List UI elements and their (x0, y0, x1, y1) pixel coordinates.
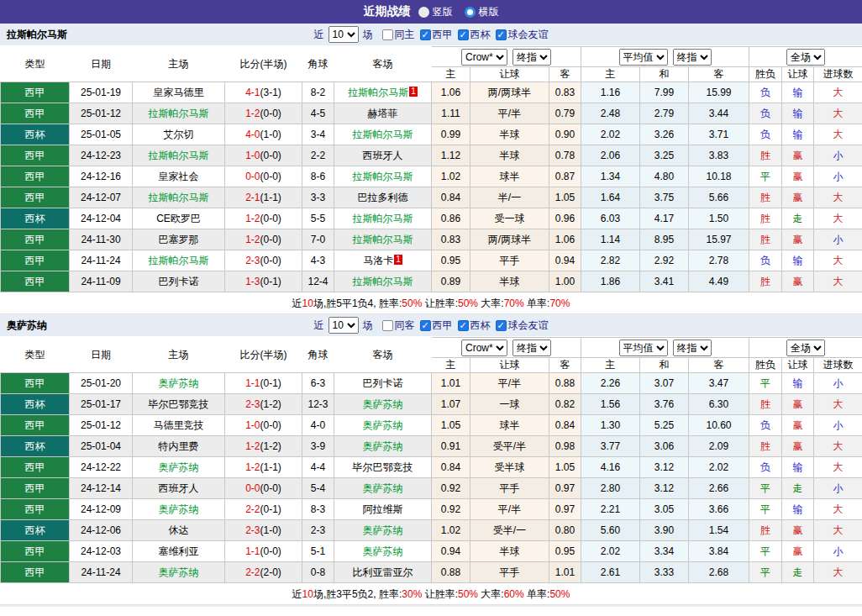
handicap-home-odds-cell: 1.01 (432, 373, 470, 394)
result-outcome-cell: 负 (749, 457, 782, 478)
result-handicap-cell: 赢 (782, 415, 814, 436)
home-team-cell[interactable]: 毕尔巴鄂竞技 (133, 394, 225, 415)
home-team-cell[interactable]: 马德里竞技 (133, 415, 225, 436)
result-handicap-cell: 赢 (782, 541, 814, 562)
home-team-cell[interactable]: 拉斯帕尔马斯 (133, 103, 225, 124)
home-team-cell[interactable]: 艾尔切 (133, 124, 225, 145)
home-team-cell[interactable]: 奥萨苏纳 (133, 373, 225, 394)
home-team-cell[interactable]: 皇家社会 (133, 166, 225, 187)
away-team-cell[interactable]: 毕尔巴鄂竞技 (334, 457, 432, 478)
team-filter-bar: 拉斯帕尔马斯 近 10 场 同主西甲西杯球会友谊 (0, 24, 862, 46)
away-team-cell[interactable]: 拉斯帕尔马斯 (334, 229, 432, 250)
handicap-home-odds-cell: 1.06 (432, 82, 470, 103)
away-team-cell[interactable]: 马洛卡1 (334, 250, 432, 271)
bookmaker-select[interactable]: Crow* (461, 340, 507, 356)
radio-icon-selected[interactable] (465, 7, 476, 18)
home-team-cell[interactable]: 休达 (133, 520, 225, 541)
home-team-cell[interactable]: 拉斯帕尔马斯 (133, 187, 225, 208)
avg-draw-odds-cell: 3.41 (640, 271, 689, 292)
average-select[interactable]: 平均值 (619, 49, 668, 66)
result-handicap-cell: 输 (782, 499, 814, 520)
checkbox-checked-icon[interactable] (420, 29, 431, 40)
checkbox-checked-icon[interactable] (496, 29, 507, 40)
scope-select[interactable]: 全场 (786, 49, 825, 66)
filter-checkbox[interactable]: 西甲 (415, 319, 453, 333)
book-stage-select[interactable]: 终指 (512, 49, 551, 66)
away-team-cell[interactable]: 赫塔菲 (334, 103, 432, 124)
avg-away-odds-cell: 5.66 (689, 187, 749, 208)
away-team-cell[interactable]: 奥萨苏纳 (334, 394, 432, 415)
filter-checkbox[interactable]: 西杯 (453, 319, 491, 333)
summary-segment: 单率: (524, 588, 550, 600)
radio-vertical-layout[interactable]: 竖版 (418, 5, 453, 19)
bottom-strip (0, 605, 862, 607)
home-team-cell[interactable]: 巴列卡诺 (133, 271, 225, 292)
handicap-home-odds-cell: 0.92 (432, 478, 470, 499)
away-team-cell[interactable]: 拉斯帕尔马斯 (334, 208, 432, 229)
book-stage-select[interactable]: 终指 (512, 340, 551, 356)
filter-checkbox[interactable]: 西甲 (415, 28, 453, 42)
checkbox-unchecked-icon[interactable] (382, 29, 393, 40)
home-team-cell[interactable]: 西班牙人 (133, 478, 225, 499)
away-team-cell[interactable]: 奥萨苏纳 (334, 520, 432, 541)
away-team-cell[interactable]: 奥萨苏纳 (334, 415, 432, 436)
scope-select[interactable]: 全场 (786, 340, 825, 356)
filter-checkbox[interactable]: 西杯 (453, 28, 491, 42)
bookmaker-select[interactable]: Crow* (461, 49, 507, 66)
away-team-cell[interactable]: 奥萨苏纳 (334, 436, 432, 457)
avg-away-odds-cell: 1.54 (689, 520, 749, 541)
away-team-cell[interactable]: 奥萨苏纳 (334, 478, 432, 499)
avg-away-odds-cell: 4.49 (689, 271, 749, 292)
away-team-cell[interactable]: 比利亚雷亚尔 (334, 562, 432, 583)
handicap-away-odds-cell: 0.90 (549, 124, 581, 145)
away-team-cell[interactable]: 拉斯帕尔马斯 (334, 271, 432, 292)
filter-checkbox[interactable]: 球会友谊 (491, 28, 549, 42)
handicap-line-cell: 两/两球半 (470, 82, 549, 103)
away-team-cell[interactable]: 巴列卡诺 (334, 373, 432, 394)
away-team-cell[interactable]: 拉斯帕尔马斯 (334, 166, 432, 187)
avg-draw-odds-cell: 2.79 (640, 103, 689, 124)
home-team-cell[interactable]: CE欧罗巴 (133, 208, 225, 229)
filter-checkbox[interactable]: 同客 (377, 319, 415, 333)
away-team-cell[interactable]: 拉斯帕尔马斯 (334, 124, 432, 145)
competition-type-cell: 西杯 (1, 124, 70, 145)
home-team-cell[interactable]: 拉斯帕尔马斯 (133, 250, 225, 271)
result-goals-cell: 小 (814, 415, 862, 436)
col-avg-draw: 和 (640, 67, 689, 82)
checkbox-checked-icon[interactable] (458, 29, 469, 40)
filter-checkbox[interactable]: 球会友谊 (491, 319, 549, 333)
checkbox-checked-icon[interactable] (496, 320, 507, 331)
home-team-cell[interactable]: 拉斯帕尔马斯 (133, 145, 225, 166)
away-team-cell[interactable]: 巴拉多利德 (334, 187, 432, 208)
home-team-cell[interactable]: 塞维利亚 (133, 541, 225, 562)
home-team-cell[interactable]: 皇家马德里 (133, 82, 225, 103)
radio-icon[interactable] (418, 7, 429, 18)
away-team-cell[interactable]: 西班牙人 (334, 145, 432, 166)
away-team-cell[interactable]: 拉斯帕尔马斯1 (334, 82, 432, 103)
avg-draw-odds-cell: 3.12 (640, 478, 689, 499)
games-count-select[interactable]: 10 (329, 26, 359, 43)
handicap-home-odds-cell: 1.02 (432, 166, 470, 187)
away-team-cell[interactable]: 阿拉维斯 (334, 499, 432, 520)
match-date-cell: 25-01-05 (70, 124, 133, 145)
handicap-line-cell: 平/半 (470, 499, 549, 520)
avg-stage-select[interactable]: 终指 (673, 49, 712, 66)
avg-stage-select[interactable]: 终指 (673, 340, 712, 356)
average-select[interactable]: 平均值 (619, 340, 668, 356)
games-count-select[interactable]: 10 (329, 317, 359, 334)
checkbox-checked-icon[interactable] (458, 320, 469, 331)
summary-segment: 10 (302, 297, 313, 309)
filter-checkbox-label: 球会友谊 (508, 319, 549, 333)
home-team-cell[interactable]: 巴塞罗那 (133, 229, 225, 250)
away-team-cell[interactable]: 奥萨苏纳 (334, 541, 432, 562)
checkbox-unchecked-icon[interactable] (382, 320, 393, 331)
home-team-cell[interactable]: 奥萨苏纳 (133, 499, 225, 520)
home-team-cell[interactable]: 特内里费 (133, 436, 225, 457)
corner-cell: 4-3 (302, 250, 334, 271)
radio-horizontal-layout[interactable]: 横版 (465, 5, 499, 19)
checkbox-checked-icon[interactable] (420, 320, 431, 331)
home-team-cell[interactable]: 奥萨苏纳 (133, 457, 225, 478)
home-team-cell[interactable]: 奥萨苏纳 (133, 562, 225, 583)
result-handicap-cell: 赢 (782, 271, 814, 292)
filter-checkbox[interactable]: 同主 (377, 28, 415, 42)
